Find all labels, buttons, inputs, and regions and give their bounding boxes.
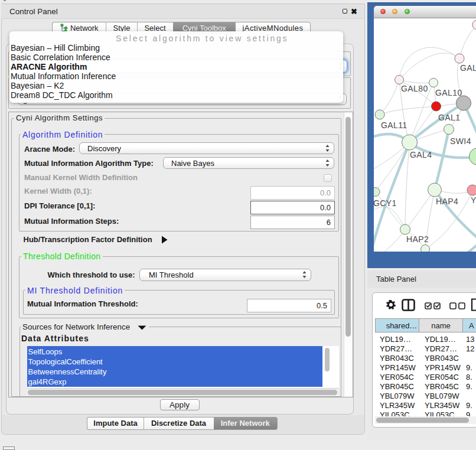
- svg-text:GAL11: GAL11: [381, 120, 407, 130]
- svg-text:GAL1: GAL1: [438, 113, 460, 122]
- svg-text:GAL10: GAL10: [435, 88, 462, 97]
- svg-text:GAL2: GAL2: [460, 63, 476, 73]
- svg-text:Y: Y: [471, 195, 476, 205]
- svg-text:HAP2: HAP2: [406, 234, 429, 244]
- svg-text:GAL4: GAL4: [410, 150, 432, 159]
- svg-text:HAP4: HAP4: [436, 197, 458, 206]
- svg-text:GCY1: GCY1: [374, 198, 397, 208]
- svg-text:GAL80: GAL80: [401, 84, 428, 93]
- svg-text:SWI4: SWI4: [450, 136, 471, 146]
